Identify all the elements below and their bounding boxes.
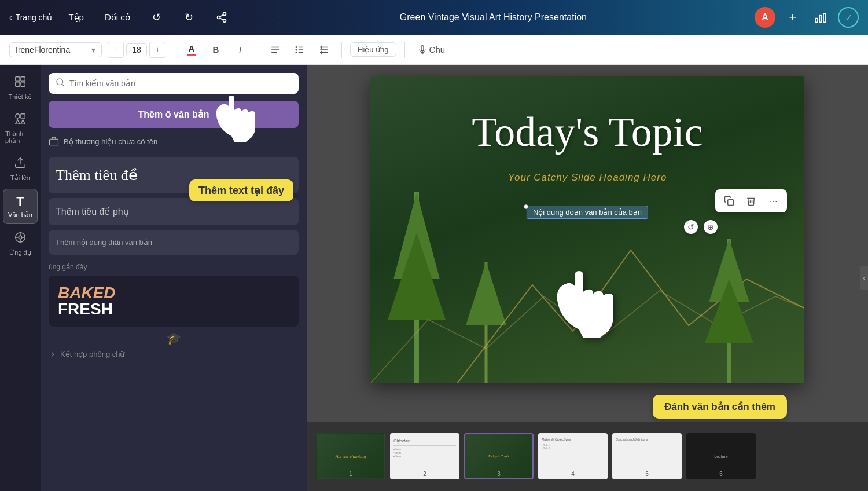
voice-button[interactable]: Chu [413, 41, 450, 59]
thumb-num-1: 1 [317, 471, 384, 477]
hand-cursor-slide [553, 271, 622, 349]
separator-1 [174, 42, 174, 58]
align-button[interactable] [266, 41, 285, 59]
add-text-tooltip: Thêm text tại đây [189, 179, 293, 201]
thumbnail-2[interactable]: Objective • Item • Item • Item 2 [390, 433, 459, 479]
delete-icon[interactable] [743, 193, 759, 209]
design-icon [14, 75, 27, 91]
effects-button[interactable]: Hiệu ứng [350, 42, 396, 57]
add-button[interactable]: + [782, 7, 803, 28]
svg-marker-42 [388, 233, 446, 320]
thumbnail-4[interactable]: Rules & Objectives • Rule 1 • Rule 2 4 [538, 433, 608, 479]
text-context-menu: ⋯ [715, 189, 787, 212]
svg-point-14 [296, 46, 297, 47]
list-button[interactable] [290, 41, 309, 59]
svg-marker-28 [16, 120, 20, 124]
recent-label: ùng gần đây [49, 263, 299, 271]
fresh-text: FRESH [58, 301, 113, 317]
thumbnail-6[interactable]: Lecture 6 [686, 433, 756, 479]
main-layout: Thiết kế Thành phần Tải lên T Văn bản [0, 65, 868, 491]
svg-point-32 [19, 236, 22, 239]
canvas-area: ‹ [307, 65, 868, 491]
left-sidebar: Thiết kế Thành phần Tải lên T Văn bản [0, 65, 41, 491]
redo-button[interactable]: ↻ [179, 7, 200, 28]
sidebar-item-elements[interactable]: Thành phần [3, 108, 38, 149]
undo-button[interactable]: ↺ [146, 7, 167, 28]
svg-rect-5 [816, 19, 818, 23]
svg-point-0 [223, 13, 226, 16]
font-size-value[interactable]: 18 [126, 43, 147, 56]
slide-canvas[interactable]: Today's Topic Your Catchy Slide Heading … [370, 76, 804, 383]
sidebar-item-text[interactable]: T Văn bản [3, 189, 38, 224]
search-icon [56, 78, 65, 89]
font-color-button[interactable]: A [182, 41, 201, 59]
thumb-num-3: 3 [465, 471, 532, 477]
svg-rect-26 [16, 114, 20, 118]
brand-row: Bộ thương hiệu chưa có tên [49, 134, 299, 149]
apps-icon [14, 231, 27, 247]
sidebar-item-upload[interactable]: Tải lên [3, 152, 38, 186]
check-button[interactable]: ✓ [838, 7, 859, 28]
search-container [49, 73, 299, 94]
resize-handle[interactable] [524, 204, 528, 209]
selected-text-element[interactable]: Nội dung đoạn văn bản của bạn [527, 206, 648, 219]
voice-label: Chu [429, 45, 446, 54]
svg-line-38 [62, 84, 64, 86]
svg-rect-6 [819, 16, 821, 23]
bold-button[interactable]: B [207, 41, 225, 59]
spacing-button[interactable] [315, 41, 333, 59]
thumbnail-5[interactable]: Concepts and Definitions 5 [612, 433, 682, 479]
graduation-icon-row: 🎓 [49, 331, 299, 345]
thumb-num-2: 2 [391, 471, 458, 477]
italic-button[interactable]: I [231, 41, 249, 59]
format-menu[interactable]: Đối cở [100, 10, 135, 25]
top-navigation: ‹ Trang chủ Tệp Đối cở ↺ ↻ Green Vintage… [0, 0, 868, 35]
svg-rect-25 [21, 82, 25, 86]
slide-subtitle[interactable]: Your Catchy Slide Heading Here [508, 172, 667, 184]
svg-point-16 [296, 52, 297, 53]
search-input[interactable] [69, 79, 292, 88]
font-name-label: IreneFlorentina [16, 45, 70, 54]
add-element-handle[interactable]: ⊕ [704, 220, 718, 234]
thumbnail-1[interactable]: Acrylic Painting 1 [316, 433, 385, 479]
combine-fonts-row[interactable]: Kết hợp phông chữ [49, 350, 299, 358]
sidebar-item-apps[interactable]: Ứng dụ [3, 226, 38, 261]
type-text-tooltip: Đánh văn bản cần thêm [653, 395, 787, 419]
separator-4 [404, 42, 405, 58]
file-menu[interactable]: Tệp [64, 10, 89, 25]
text-label: Văn bản [8, 211, 32, 219]
svg-rect-22 [16, 77, 20, 81]
upload-label: Tải lên [10, 174, 30, 182]
sidebar-item-design[interactable]: Thiết kế [3, 71, 38, 105]
collapse-panel-button[interactable]: ‹ [860, 266, 868, 290]
font-size-decrease[interactable]: − [108, 42, 124, 58]
svg-rect-48 [728, 200, 734, 206]
home-label[interactable]: Trang chủ [16, 13, 53, 22]
color-swatch [187, 54, 196, 56]
font-combo-card[interactable]: BAKED FRESH [49, 276, 299, 327]
font-size-increase[interactable]: + [149, 42, 165, 58]
analytics-button[interactable] [810, 7, 831, 28]
combine-fonts-label: Kết hợp phông chữ [60, 350, 124, 358]
doc-title: Green Vintage Visual Art History Present… [244, 12, 743, 23]
formatting-toolbar: IreneFlorentina ▾ − 18 + A B I H [0, 35, 868, 65]
add-body-button[interactable]: Thêm nội dung thân văn bản [49, 230, 299, 255]
font-family-selector[interactable]: IreneFlorentina ▾ [9, 42, 102, 57]
rotate-handle[interactable]: ↺ [684, 220, 698, 234]
add-text-box-button[interactable]: Thêm ô văn bản [49, 101, 299, 128]
more-options-icon[interactable]: ⋯ [765, 193, 781, 209]
italic-icon: I [239, 45, 241, 54]
thumb-num-4: 4 [539, 471, 606, 477]
copy-icon[interactable] [721, 193, 737, 209]
svg-marker-46 [709, 239, 749, 302]
svg-line-3 [220, 18, 223, 20]
thumbnail-3[interactable]: Today's Topic 3 [464, 433, 534, 479]
svg-point-1 [217, 16, 220, 19]
back-button[interactable]: ‹ Trang chủ [9, 13, 52, 22]
share-button[interactable] [211, 7, 232, 28]
add-subtitle-button[interactable]: Thêm tiêu đề phụ [49, 198, 299, 225]
text-icon: T [16, 194, 24, 209]
user-avatar[interactable]: A [755, 7, 775, 28]
apps-label: Ứng dụ [9, 249, 31, 257]
separator-2 [258, 42, 258, 58]
